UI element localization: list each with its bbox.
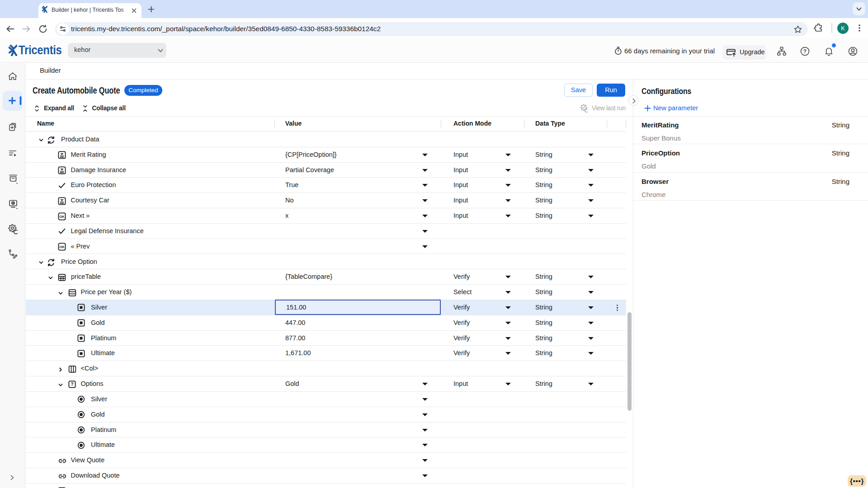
svg-text:?: ? <box>71 382 74 387</box>
svg-text:OK: OK <box>59 215 65 219</box>
svg-text:OK: OK <box>59 245 65 249</box>
svg-text:?: ? <box>803 48 807 55</box>
